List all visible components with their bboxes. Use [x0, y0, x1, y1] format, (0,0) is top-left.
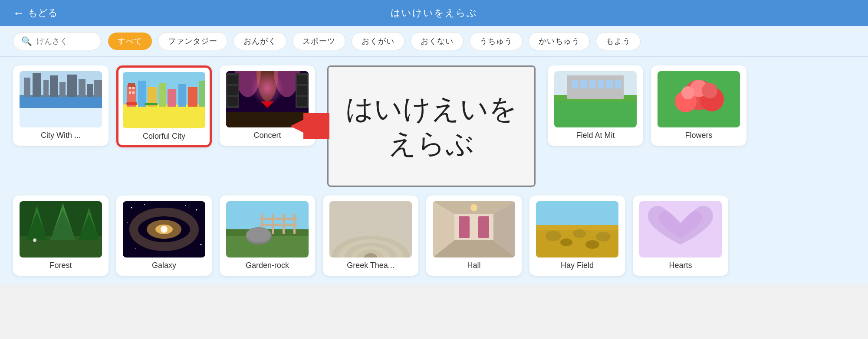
svg-rect-23 — [199, 81, 205, 107]
svg-rect-20 — [168, 89, 176, 107]
back-arrow-icon: ← — [13, 7, 24, 20]
backdrop-label-field-at-mit: Field At Mit — [576, 131, 615, 140]
filter-chip-sports[interactable]: スポーツ — [293, 32, 345, 50]
svg-rect-2 — [20, 108, 102, 127]
search-input[interactable] — [36, 37, 93, 46]
backdrop-card-colorful-city[interactable]: Colorful City — [116, 65, 212, 147]
backdrop-card-galaxy[interactable]: Galaxy — [116, 196, 212, 276]
svg-rect-91 — [260, 224, 297, 226]
filter-chip-space[interactable]: うちゅう — [470, 32, 523, 50]
backdrop-label-city-with: City With ... — [41, 131, 81, 140]
svg-rect-112 — [536, 225, 618, 230]
svg-rect-107 — [459, 216, 470, 238]
svg-rect-28 — [126, 102, 137, 105]
svg-rect-53 — [606, 80, 613, 88]
header-title: はいけいをえらぶ — [391, 7, 477, 20]
svg-marker-44 — [290, 113, 329, 139]
svg-rect-54 — [615, 80, 621, 88]
svg-rect-19 — [159, 83, 166, 107]
svg-rect-6 — [50, 75, 58, 97]
svg-point-93 — [247, 228, 271, 242]
svg-rect-51 — [589, 80, 595, 88]
svg-rect-21 — [178, 84, 186, 107]
backdrop-card-city-with[interactable]: City With ... — [13, 65, 108, 146]
backdrop-label-galaxy: Galaxy — [152, 261, 176, 270]
svg-point-109 — [470, 204, 477, 211]
backdrop-label-hearts: Hearts — [669, 261, 692, 270]
svg-point-79 — [185, 205, 186, 206]
back-label: もどる — [28, 7, 58, 20]
backdrop-label-garden-rock: Garden-rock — [246, 261, 289, 270]
backdrop-card-forest[interactable]: Forest — [13, 196, 108, 276]
svg-rect-37 — [227, 97, 238, 106]
backdrop-label-colorful-city: Colorful City — [143, 132, 185, 141]
svg-point-61 — [702, 83, 717, 98]
row1: City With ... Colorful City — [13, 65, 855, 187]
backdrop-card-field-at-mit[interactable]: Field At Mit — [548, 65, 643, 146]
svg-rect-40 — [297, 86, 307, 95]
filter-chip-all[interactable]: すべて — [108, 33, 152, 50]
svg-rect-7 — [59, 82, 66, 97]
filter-chip-music[interactable]: おんがく — [233, 32, 286, 50]
svg-rect-9 — [79, 79, 85, 97]
filter-chip-outdoor[interactable]: おくがい — [352, 32, 404, 50]
filter-chip-pattern[interactable]: もよう — [596, 32, 641, 50]
backdrop-card-hearts[interactable]: Hearts — [633, 196, 728, 276]
svg-rect-49 — [572, 80, 578, 88]
svg-point-113 — [546, 231, 561, 241]
backdrop-card-hay-field[interactable]: Hay Field — [529, 196, 625, 276]
backdrop-card-greek-thea[interactable]: Greek Thea... — [323, 196, 418, 276]
svg-point-80 — [127, 222, 128, 223]
svg-rect-41 — [297, 97, 307, 106]
svg-rect-35 — [227, 75, 238, 84]
backdrop-label-hay-field: Hay Field — [561, 261, 594, 270]
filter-bar: 🔍 すべてファンタジーおんがくスポーツおくがいおくないうちゅうかいちゅうもよう — [0, 26, 868, 57]
svg-rect-4 — [33, 73, 41, 97]
svg-rect-22 — [188, 87, 197, 107]
row2: Forest Galaxy — [13, 196, 855, 276]
filter-chip-fantasy[interactable]: ファンタジー — [158, 32, 227, 50]
svg-rect-16 — [128, 83, 135, 87]
back-button[interactable]: ← もどる — [13, 7, 58, 20]
svg-point-116 — [560, 238, 572, 246]
svg-rect-10 — [87, 84, 93, 97]
backdrop-card-hall[interactable]: Hall — [426, 196, 522, 276]
grid-area: City With ... Colorful City — [0, 57, 868, 284]
svg-rect-27 — [132, 91, 135, 94]
svg-rect-52 — [598, 80, 604, 88]
svg-point-70 — [33, 238, 36, 242]
tooltip-text: はいけえいをえらぶ — [345, 91, 517, 161]
backdrop-label-hall: Hall — [467, 261, 480, 270]
search-icon: 🔍 — [21, 36, 32, 46]
svg-rect-29 — [145, 103, 158, 105]
svg-rect-108 — [478, 216, 489, 238]
svg-rect-46 — [554, 97, 637, 127]
backdrop-label-greek-thea: Greek Thea... — [347, 261, 395, 270]
svg-rect-24 — [129, 87, 131, 89]
svg-point-77 — [144, 204, 145, 205]
svg-point-82 — [135, 248, 136, 249]
svg-rect-36 — [227, 86, 238, 95]
backdrop-label-flowers: Flowers — [685, 131, 712, 140]
svg-rect-50 — [580, 80, 587, 88]
backdrop-label-forest: Forest — [49, 261, 72, 270]
svg-rect-90 — [260, 218, 297, 220]
filter-chips: すべてファンタジーおんがくスポーツおくがいおくないうちゅうかいちゅうもよう — [108, 32, 641, 50]
svg-rect-25 — [132, 87, 135, 89]
filter-chip-indoor[interactable]: おくない — [411, 32, 464, 50]
svg-rect-12 — [20, 97, 102, 108]
tooltip-arrow-icon — [290, 111, 329, 141]
search-box[interactable]: 🔍 — [13, 32, 101, 50]
svg-point-32 — [256, 71, 278, 101]
svg-point-78 — [196, 209, 197, 211]
svg-rect-14 — [123, 104, 205, 128]
svg-rect-5 — [43, 80, 49, 97]
svg-point-60 — [681, 86, 694, 99]
svg-rect-17 — [138, 81, 146, 107]
backdrop-card-garden-rock[interactable]: Garden-rock — [220, 196, 315, 276]
svg-rect-26 — [129, 91, 131, 94]
header: ← もどる はいけいをえらぶ — [0, 0, 868, 26]
filter-chip-underwater[interactable]: かいちゅう — [529, 32, 590, 50]
backdrop-card-flowers[interactable]: Flowers — [651, 65, 746, 146]
svg-rect-8 — [67, 75, 77, 97]
